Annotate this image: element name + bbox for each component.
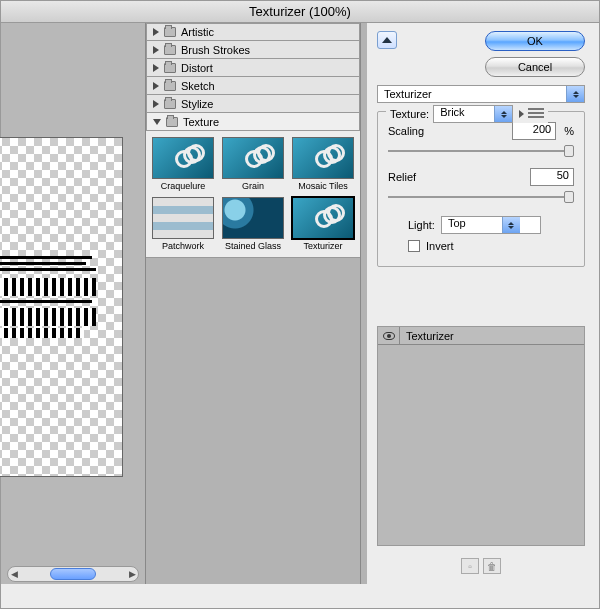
preview-pane: ◀ ▶: [1, 23, 146, 584]
eye-icon: [383, 332, 395, 340]
category-brush-strokes[interactable]: Brush Strokes: [146, 41, 360, 59]
folder-icon: [164, 99, 176, 109]
filter-select[interactable]: Texturizer: [377, 85, 585, 103]
effect-layer-name: Texturizer: [400, 330, 460, 342]
chevron-up-icon: [382, 37, 392, 43]
filter-browser: Artistic Brush Strokes Distort Sketch: [146, 23, 361, 584]
relief-slider[interactable]: [388, 190, 574, 204]
percent-symbol: %: [564, 125, 574, 137]
category-list: Artistic Brush Strokes Distort Sketch: [146, 23, 360, 131]
light-select[interactable]: Top: [441, 216, 541, 234]
flyout-triangle-icon: [519, 110, 524, 118]
texture-mosaic-tiles[interactable]: Mosaic Tiles: [292, 137, 354, 191]
delete-effect-layer-button[interactable]: 🗑: [483, 558, 501, 574]
menu-icon: [528, 108, 544, 120]
settings-pane: OK Cancel Texturizer Texture: Brick: [367, 23, 599, 584]
scaling-label: Scaling: [388, 125, 440, 137]
disclosure-triangle-icon: [153, 100, 159, 108]
thumb-label: Craquelure: [152, 181, 214, 191]
thumb-label: Grain: [222, 181, 284, 191]
scaling-slider[interactable]: [388, 144, 574, 158]
effect-layers-panel: Texturizer: [377, 326, 585, 546]
preview-horizontal-scrollbar[interactable]: ◀ ▶: [7, 566, 139, 582]
folder-icon: [164, 63, 176, 73]
texture-patchwork[interactable]: Patchwork: [152, 197, 214, 251]
invert-label: Invert: [426, 240, 454, 252]
texture-texturizer[interactable]: Texturizer: [292, 197, 354, 251]
new-effect-layer-button[interactable]: ▫: [461, 558, 479, 574]
category-label: Distort: [181, 62, 213, 74]
cancel-button[interactable]: Cancel: [485, 57, 585, 77]
light-label: Light:: [408, 219, 435, 231]
filter-dialog-window: Texturizer (100%) ◀ ▶: [0, 0, 600, 609]
filter-select-value: Texturizer: [378, 88, 566, 100]
disclosure-triangle-icon: [153, 46, 159, 54]
folder-icon: [164, 27, 176, 37]
texture-thumbnails: Craquelure Grain Mosaic Tiles Patchwork: [146, 131, 360, 258]
texture-group: Texture: Brick Scaling 200 %: [377, 111, 585, 267]
folder-icon: [166, 117, 178, 127]
texture-type-select[interactable]: Brick: [433, 105, 513, 123]
main-area: ◀ ▶ Artistic Brush Strokes: [1, 23, 599, 584]
disclosure-triangle-icon: [153, 64, 159, 72]
collapse-button[interactable]: [377, 31, 397, 49]
category-artistic[interactable]: Artistic: [146, 23, 360, 41]
updown-caret-icon: [566, 86, 584, 102]
scroll-thumb[interactable]: [50, 568, 96, 580]
relief-label: Relief: [388, 171, 440, 183]
effect-layer-row[interactable]: Texturizer: [378, 327, 584, 345]
category-label: Artistic: [181, 26, 214, 38]
thumb-label: Patchwork: [152, 241, 214, 251]
thumb-label: Mosaic Tiles: [292, 181, 354, 191]
category-label: Sketch: [181, 80, 215, 92]
relief-input[interactable]: 50: [530, 168, 574, 186]
texture-type-value: Brick: [434, 106, 494, 122]
visibility-toggle[interactable]: [378, 327, 400, 344]
texture-grain[interactable]: Grain: [222, 137, 284, 191]
thumb-label: Texturizer: [292, 241, 354, 251]
updown-caret-icon: [494, 106, 512, 122]
category-stylize[interactable]: Stylize: [146, 95, 360, 113]
preview-canvas[interactable]: [0, 137, 123, 477]
disclosure-triangle-icon: [153, 28, 159, 36]
texture-flyout-button[interactable]: [517, 108, 544, 120]
folder-icon: [164, 81, 176, 91]
light-value: Top: [442, 217, 502, 233]
category-label: Brush Strokes: [181, 44, 250, 56]
category-texture[interactable]: Texture: [146, 113, 360, 131]
disclosure-triangle-icon: [153, 82, 159, 90]
ok-button[interactable]: OK: [485, 31, 585, 51]
window-title: Texturizer (100%): [1, 1, 599, 23]
texture-label: Texture:: [390, 108, 429, 120]
folder-icon: [164, 45, 176, 55]
texture-stained-glass[interactable]: Stained Glass: [222, 197, 284, 251]
category-sketch[interactable]: Sketch: [146, 77, 360, 95]
disclosure-triangle-icon: [153, 119, 161, 125]
texture-craquelure[interactable]: Craquelure: [152, 137, 214, 191]
layer-footer: ▫ 🗑: [377, 554, 585, 578]
category-label: Texture: [183, 116, 219, 128]
updown-caret-icon: [502, 217, 520, 233]
scaling-input[interactable]: 200: [512, 122, 556, 140]
scroll-left-arrow[interactable]: ◀: [8, 569, 20, 579]
scroll-right-arrow[interactable]: ▶: [126, 569, 138, 579]
category-distort[interactable]: Distort: [146, 59, 360, 77]
invert-checkbox[interactable]: [408, 240, 420, 252]
thumb-label: Stained Glass: [222, 241, 284, 251]
category-label: Stylize: [181, 98, 213, 110]
